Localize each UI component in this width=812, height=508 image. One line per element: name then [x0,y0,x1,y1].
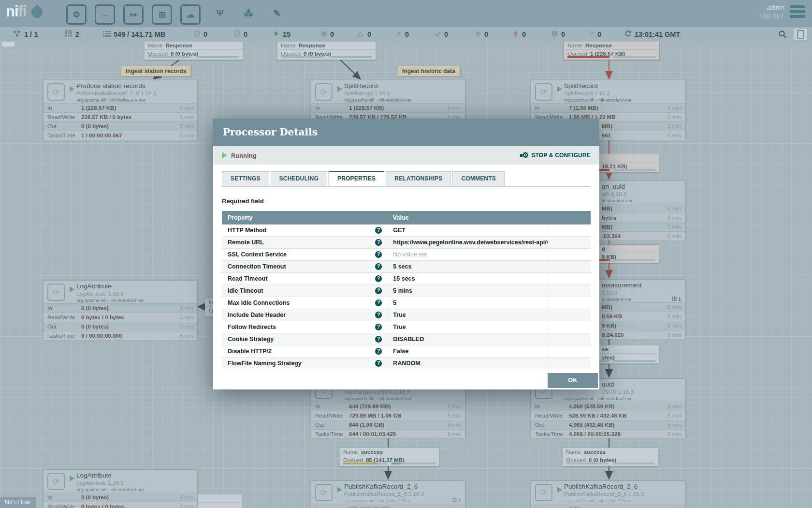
property-value-cell[interactable]: True [387,321,548,333]
queue-bars [148,56,239,58]
property-value-cell[interactable]: False [387,345,548,358]
help-icon[interactable]: ? [375,299,382,306]
birdseye-toggle-button[interactable] [794,29,807,40]
status-item-stale: 0 [512,29,526,40]
label-icon[interactable]: ✎ [268,4,286,22]
stat-value: 644 (729.89 MB) [349,402,391,411]
property-row[interactable]: FlowFile Naming Strategy?RANDOM [222,358,591,369]
stat-label: In [315,506,320,508]
help-icon[interactable]: ? [375,275,382,282]
help-icon[interactable]: ? [375,348,382,355]
property-value-cell[interactable]: DISABLED [387,333,548,345]
last-refreshed-time: 13:01:41 GMT [635,30,680,38]
property-value-cell[interactable]: 5 secs [387,261,548,273]
processor-node[interactable]: ⟳PublishKafkaRecord_2_6PublishKafkaRecor… [311,480,465,508]
processor-node[interactable]: ⟳LogAttributeLogAttribute 1.16.3org.apac… [43,469,198,508]
stat-window: 5 min [448,420,461,429]
stat-window: 5 min [180,331,193,340]
connection-label-row: Namesuccess [563,448,658,456]
help-icon[interactable]: ? [375,227,382,234]
processor-node[interactable]: ⟳LogAttributeLogAttribute 1.16.3org.apac… [43,280,198,339]
stat-value: 9 KB) [602,321,616,330]
flow-label[interactable]: Ingest historic data [397,66,460,76]
property-row[interactable]: Include Date Header?True [222,309,591,321]
connection-label[interactable]: NamesuccessQueued85 (141.37 MB) [339,448,439,466]
connection-arrow[interactable] [337,57,360,78]
property-value-cell[interactable]: GET [387,224,548,237]
run-status-icon [70,286,74,292]
property-row[interactable]: Disable HTTP/2?False [222,345,591,358]
help-icon[interactable]: ? [375,287,382,294]
connection-label[interactable]: NameResponseQueued0 (0 bytes) [277,42,376,60]
input-port-icon[interactable]: → [95,4,115,25]
funnel-icon[interactable]: Ψ [211,4,229,22]
stat-value: 8.59 KB [602,312,622,321]
status-item-invalid: 0 [357,29,371,40]
processor-bundle: org.apache.nifi - nifi-standard-nar [344,396,412,401]
processor-node[interactable]: ⟳PublishKafkaRecord_2_6PublishKafkaRecor… [531,480,685,508]
stat-label: Read/Write [47,114,75,120]
property-extra-cell [548,309,591,321]
property-row[interactable]: Read Timeout?15 secs [222,273,591,285]
connection-label[interactable]: NameResponseQueued0 (0 bytes) [144,42,243,60]
help-icon[interactable]: ? [375,336,382,343]
property-value-cell[interactable]: https://www.pegelonline.wsv.de/webservic… [387,237,548,249]
help-icon[interactable]: ? [375,251,382,258]
help-icon[interactable]: ? [375,360,382,367]
processor-details-dialog: Processor Details Running ⚙ STOP & CONFI… [213,119,599,389]
property-row[interactable]: HTTP Method?GET [222,224,591,237]
property-value-cell[interactable]: True [387,309,548,321]
queue-bars [343,463,435,464]
logout-link[interactable]: LOG OUT [759,14,784,19]
connection-label[interactable]: NamesuccessQueued0 (0 bytes) [562,448,659,466]
tab-comments[interactable]: COMMENTS [452,171,505,186]
stat-value: MB) [602,303,612,312]
processor-node[interactable]: ⟳Produce station recordsPublishKafkaReco… [43,80,198,139]
status-item-up-to-date: 0 [434,29,448,40]
tab-scheduling[interactable]: SCHEDULING [271,171,327,186]
stop-and-configure-button[interactable]: ⚙ STOP & CONFIGURE [522,151,591,159]
process-group-icon[interactable]: ⊞ [152,4,172,25]
property-value-cell[interactable]: 15 secs [387,273,548,285]
flow-label[interactable]: Ingest station records [121,66,191,76]
help-icon[interactable]: ? [375,263,382,270]
tab-settings[interactable]: SETTINGS [222,171,269,186]
property-value-cell[interactable]: 5 mins [387,285,548,297]
search-icon[interactable] [778,30,787,41]
property-row[interactable]: Cookie Strategy?DISABLED [222,333,591,345]
property-row[interactable]: Remote URL?https://www.pegelonline.wsv.d… [222,237,591,249]
queue-percent-bar [613,463,655,464]
help-icon[interactable]: ? [375,312,382,318]
breadcrumb[interactable]: NiFi Flow [0,497,36,508]
help-icon[interactable]: ? [375,239,382,246]
template-icon[interactable]: ⁂ [240,4,257,22]
property-row[interactable]: SSL Context Service?No value set [222,249,591,261]
connection-label[interactable] [193,494,242,508]
stat-window: 5 min [448,411,461,420]
property-value-cell[interactable]: 5 [387,297,548,309]
tab-relationships[interactable]: RELATIONSHIPS [386,171,451,186]
property-row[interactable]: Max Idle Connections?5 [222,297,591,309]
logo-text-fi: fi [18,3,27,20]
stale-icon [512,30,519,39]
refresh-icon[interactable] [624,30,632,39]
processor-icon[interactable]: ⚙ [66,4,87,25]
nifi-drop-icon [29,4,45,20]
processor-stat-row: In644 (729.89 MB)5 min [311,402,465,411]
output-port-icon[interactable]: ↦ [123,4,144,25]
ok-button[interactable]: OK [548,373,598,388]
connection-field-name: Name [566,449,581,455]
global-menu-icon[interactable] [790,5,805,20]
property-value-cell[interactable]: No value set [387,249,548,261]
connection-label[interactable]: NameResponseQueued1 (228.57 KB) [564,42,660,60]
property-value-cell[interactable]: RANDOM [387,358,548,369]
property-row[interactable]: Idle Timeout?5 mins [222,285,591,297]
dialog-status-row: Running ⚙ STOP & CONFIGURE [213,146,599,164]
remote-process-group-icon[interactable]: ☁ [180,4,201,25]
property-row[interactable]: Connection Timeout?5 secs [222,261,591,273]
property-value: 15 secs [393,275,415,282]
property-row[interactable]: Follow Redirects?True [222,321,591,333]
tab-properties[interactable]: PROPERTIES [329,171,384,186]
connection-field-name: Name [343,449,358,455]
help-icon[interactable]: ? [375,324,382,330]
